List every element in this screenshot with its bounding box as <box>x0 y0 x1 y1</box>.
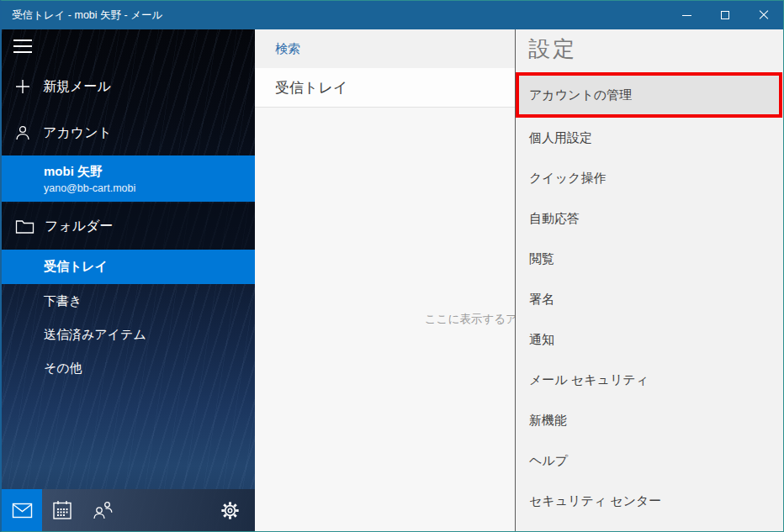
sidebar-item-folders[interactable]: フォルダー <box>2 203 255 250</box>
search-bar[interactable]: 検索 <box>255 29 515 68</box>
settings-panel: 設定 アカウントの管理 個人用設定 クイック操作 自動応答 閲覧 署 <box>515 29 783 531</box>
folders-label: フォルダー <box>45 218 114 235</box>
hamburger-menu-button[interactable] <box>13 40 32 53</box>
settings-list: アカウントの管理 個人用設定 クイック操作 自動応答 閲覧 署名 <box>516 72 783 521</box>
sidebar: 新規メール アカウント mobi 矢野 yano@bb-cart.mobi フォ… <box>2 29 255 531</box>
close-icon <box>759 10 769 20</box>
maximize-icon <box>721 11 729 19</box>
minimize-button[interactable] <box>667 1 706 29</box>
settings-gear-icon <box>219 499 241 522</box>
settings-item-label: 閲覧 <box>529 251 554 267</box>
account-name: mobi 矢野 <box>44 164 103 180</box>
folder-label: 送信済みアイテム <box>44 327 146 343</box>
settings-item-label: ヘルプ <box>529 453 568 469</box>
calendar-nav-button[interactable] <box>42 489 82 531</box>
settings-item-quick-actions[interactable]: クイック操作 <box>516 158 783 198</box>
settings-item-label: 署名 <box>529 292 554 308</box>
mail-nav-button[interactable] <box>2 489 42 531</box>
bottom-nav-spacer <box>123 489 209 531</box>
settings-item-label: メール セキュリティ <box>529 372 649 388</box>
folder-icon <box>15 219 34 234</box>
settings-item-personalization[interactable]: 個人用設定 <box>516 118 783 158</box>
app-body: 新規メール アカウント mobi 矢野 yano@bb-cart.mobi フォ… <box>2 29 783 531</box>
folder-label: 受信トレイ <box>44 259 108 275</box>
accounts-label: アカウント <box>43 124 112 142</box>
message-list-pane: 検索 受信トレイ ここに表示するアイテムはありません <box>255 29 515 531</box>
new-mail-button[interactable]: 新規メール <box>2 71 255 102</box>
person-icon <box>14 124 31 141</box>
settings-item-label: 個人用設定 <box>529 130 592 146</box>
sidebar-folder-inbox[interactable]: 受信トレイ <box>2 250 255 284</box>
settings-item-email-security[interactable]: メール セキュリティ <box>516 360 783 400</box>
account-email: yano@bb-cart.mobi <box>44 182 135 194</box>
account-entry[interactable]: mobi 矢野 yano@bb-cart.mobi <box>2 155 255 202</box>
people-icon <box>92 501 114 519</box>
sidebar-folder-sent-items[interactable]: 送信済みアイテム <box>2 319 255 350</box>
titlebar: 受信トレイ - mobi 矢野 - メール <box>2 1 783 29</box>
folder-label: その他 <box>44 361 82 377</box>
folder-label: 下書き <box>44 293 82 309</box>
mail-icon <box>12 503 33 519</box>
settings-item-label: セキュリティ センター <box>529 493 661 509</box>
close-button[interactable] <box>744 1 783 29</box>
settings-item-label: クイック操作 <box>529 171 606 187</box>
settings-item-label: アカウントの管理 <box>529 87 632 103</box>
settings-item-automatic-replies[interactable]: 自動応答 <box>516 198 783 239</box>
settings-item-manage-accounts[interactable]: アカウントの管理 <box>516 72 782 118</box>
folder-title-header: 受信トレイ <box>255 68 515 108</box>
new-mail-label: 新規メール <box>43 78 111 96</box>
calendar-icon <box>52 500 72 520</box>
window-title: 受信トレイ - mobi 矢野 - メール <box>12 8 667 23</box>
hamburger-icon <box>13 40 32 41</box>
window-controls <box>667 1 783 29</box>
settings-item-label: 通知 <box>529 332 554 348</box>
settings-item-whats-new[interactable]: 新機能 <box>516 400 783 440</box>
minimize-icon <box>682 15 691 16</box>
sidebar-folder-drafts[interactable]: 下書き <box>2 286 255 317</box>
settings-item-help[interactable]: ヘルプ <box>516 440 783 481</box>
empty-state-text: ここに表示するアイテムはありません <box>425 312 515 327</box>
settings-title: 設定 <box>528 34 577 64</box>
sidebar-bottom-nav <box>2 489 255 531</box>
plus-icon <box>14 78 31 95</box>
settings-item-security-center[interactable]: セキュリティ センター <box>516 481 783 521</box>
search-label: 検索 <box>275 41 300 57</box>
sidebar-item-accounts[interactable]: アカウント <box>2 118 255 148</box>
sidebar-folder-more[interactable]: その他 <box>2 353 255 384</box>
maximize-button[interactable] <box>706 1 744 29</box>
people-nav-button[interactable] <box>82 489 123 531</box>
mail-app-window: 受信トレイ - mobi 矢野 - メール 新規メール <box>0 0 784 532</box>
folder-title: 受信トレイ <box>275 78 347 97</box>
settings-item-reading[interactable]: 閲覧 <box>516 239 783 279</box>
settings-item-signature[interactable]: 署名 <box>516 279 783 319</box>
settings-item-label: 自動応答 <box>529 211 580 227</box>
settings-nav-button[interactable] <box>209 489 250 531</box>
settings-item-label: 新機能 <box>529 413 567 429</box>
settings-item-notifications[interactable]: 通知 <box>516 319 783 360</box>
